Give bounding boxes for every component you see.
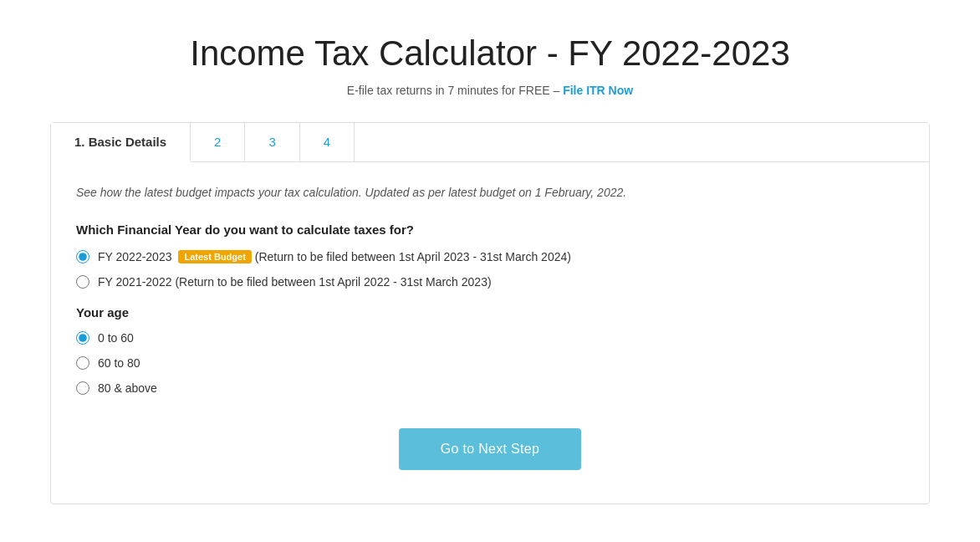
tabs-header: 1. Basic Details 2 3 4 bbox=[51, 123, 929, 162]
age-60to80-label: 60 to 80 bbox=[98, 356, 140, 370]
tab-content-basic-details: See how the latest budget impacts your t… bbox=[51, 162, 929, 504]
latest-budget-badge: Latest Budget bbox=[178, 250, 251, 263]
age-option-60to80[interactable]: 60 to 80 bbox=[76, 356, 904, 370]
fy-question: Which Financial Year do you want to calc… bbox=[76, 222, 904, 237]
age-section: Your age 0 to 60 60 to 80 80 & above bbox=[76, 305, 904, 395]
tab-1-label: Basic Details bbox=[89, 135, 166, 149]
fy-option-2021[interactable]: FY 2021-2022 (Return to be filed between… bbox=[76, 275, 904, 289]
subtitle-text: E-file tax returns in 7 minutes for FREE… bbox=[347, 84, 559, 97]
fy-radio-2021[interactable] bbox=[76, 275, 89, 289]
notice-text: See how the latest budget impacts your t… bbox=[76, 186, 904, 199]
subtitle: E-file tax returns in 7 minutes for FREE… bbox=[50, 84, 930, 97]
tab-4-label: 4 bbox=[324, 135, 330, 149]
tab-2-label: 2 bbox=[214, 135, 221, 149]
tabs-container: 1. Basic Details 2 3 4 See how the lates… bbox=[50, 122, 930, 504]
age-radio-80above[interactable] bbox=[76, 381, 89, 395]
go-to-next-step-button[interactable]: Go to Next Step bbox=[399, 428, 581, 470]
tab-3-label: 3 bbox=[268, 135, 275, 149]
fy-radio-2022[interactable] bbox=[76, 250, 89, 263]
age-option-0to60[interactable]: 0 to 60 bbox=[76, 331, 904, 345]
tab-4[interactable]: 4 bbox=[300, 123, 355, 161]
page-title: Income Tax Calculator - FY 2022-2023 bbox=[50, 33, 930, 74]
age-radio-60to80[interactable] bbox=[76, 356, 89, 370]
age-0to60-label: 0 to 60 bbox=[98, 331, 134, 345]
tab-3[interactable]: 3 bbox=[245, 123, 299, 161]
tab-2[interactable]: 2 bbox=[191, 123, 245, 161]
age-radio-0to60[interactable] bbox=[76, 331, 89, 345]
file-itr-link[interactable]: File ITR Now bbox=[563, 84, 633, 97]
tab-basic-details[interactable]: 1. Basic Details bbox=[51, 123, 191, 162]
fy-2022-detail: (Return to be filed between 1st April 20… bbox=[252, 250, 571, 263]
fy-2021-label: FY 2021-2022 bbox=[98, 275, 171, 289]
fy-option-2022[interactable]: FY 2022-2023 Latest Budget (Return to be… bbox=[76, 250, 904, 263]
age-label: Your age bbox=[76, 305, 904, 320]
age-80above-label: 80 & above bbox=[98, 381, 157, 395]
fy-2021-detail: (Return to be filed between 1st April 20… bbox=[171, 275, 491, 289]
tab-1-number: 1. bbox=[74, 135, 89, 149]
age-option-80above[interactable]: 80 & above bbox=[76, 381, 904, 395]
fy-2022-label: FY 2022-2023 bbox=[98, 250, 171, 263]
